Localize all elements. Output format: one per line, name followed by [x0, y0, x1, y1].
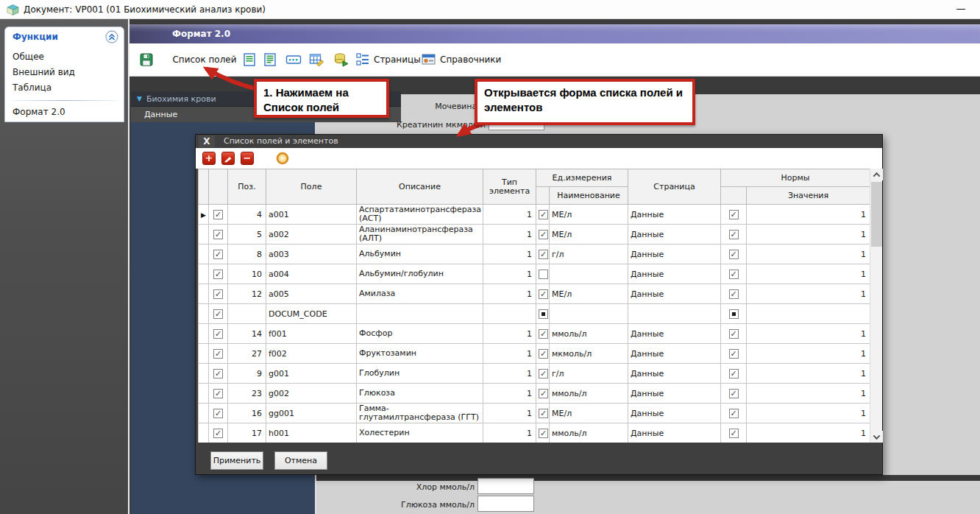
row-enabled-checkbox[interactable] — [213, 270, 223, 279]
scroll-down-button[interactable] — [870, 431, 883, 443]
unit-checkbox[interactable] — [539, 369, 548, 379]
norm-checkbox[interactable] — [729, 409, 739, 418]
format-section-header: Формат 2.0 — [129, 24, 980, 43]
delete-row-button[interactable]: − — [241, 152, 254, 165]
sidebar-item-table[interactable]: Таблица — [13, 82, 52, 93]
table-row[interactable]: 27f002Фруктозамин1мкмоль/лДанные1 — [199, 344, 870, 364]
cell — [536, 284, 550, 304]
col-description[interactable]: Описание — [357, 169, 483, 205]
table-row[interactable]: 8a003Альбумин1г/лДанные1 — [199, 244, 870, 264]
table-row[interactable]: 14f001Фосфор1ммоль/лДанные1 — [199, 324, 870, 344]
col-unit-name[interactable]: Наименование — [550, 187, 628, 205]
table-row[interactable]: 5a002Аланинаминотрансфераза (АЛТ)1МЕ/лДа… — [199, 225, 870, 244]
col-page[interactable]: Страница — [628, 169, 721, 205]
col-norm-group[interactable]: Нормы — [721, 169, 870, 187]
row-enabled-checkbox[interactable] — [213, 329, 223, 339]
norm-checkbox[interactable] — [729, 270, 739, 279]
col-pos[interactable]: Поз. — [228, 169, 266, 205]
col-unit-group[interactable]: Ед.измерения — [536, 169, 628, 187]
pages-button[interactable] — [355, 52, 371, 68]
table-row[interactable]: 10a004Альбумин/глобулин1Данные1 — [199, 264, 870, 284]
scroll-up-button[interactable] — [870, 169, 883, 180]
table-row[interactable]: 12a005Амилаза1МЕ/лДанные1 — [199, 284, 870, 304]
section-collapse-icon[interactable]: ▼ — [137, 95, 142, 102]
apply-button[interactable]: Применить — [210, 451, 263, 470]
row-enabled-checkbox[interactable] — [213, 389, 223, 398]
cell-unit-name — [550, 264, 628, 284]
unit-checkbox[interactable] — [539, 349, 548, 359]
norm-checkbox[interactable] — [729, 389, 739, 398]
scrollbar-thumb[interactable] — [871, 182, 882, 247]
col-field[interactable]: Поле — [266, 169, 357, 205]
document-text-button[interactable] — [262, 52, 278, 68]
unit-checkbox[interactable] — [539, 289, 548, 299]
row-enabled-checkbox[interactable] — [213, 369, 223, 379]
cell-page: Данные — [628, 364, 721, 384]
cell-pos: 4 — [228, 205, 266, 225]
unit-checkbox[interactable] — [539, 329, 548, 339]
unit-checkbox[interactable] — [539, 309, 548, 319]
table-scrollbar[interactable] — [870, 169, 882, 443]
table-edit-button[interactable] — [309, 52, 325, 68]
save-button[interactable] — [138, 52, 155, 68]
edit-row-button[interactable] — [221, 152, 235, 165]
refresh-icon[interactable] — [276, 152, 289, 165]
table-row[interactable]: ▶4a001Аспартатаминотрансфераза (АСТ)1МЕ/… — [199, 205, 870, 225]
cancel-button[interactable]: Отмена — [274, 451, 327, 470]
unit-checkbox[interactable] — [539, 250, 548, 259]
glucose-input[interactable] — [477, 496, 534, 512]
dialog-table-body: ▶4a001Аспартатаминотрансфераза (АСТ)1МЕ/… — [199, 205, 870, 443]
norm-checkbox[interactable] — [729, 329, 739, 339]
cell-unit-name: г/л — [550, 244, 628, 264]
cell-norm-value: 1 — [747, 205, 870, 225]
row-enabled-checkbox[interactable] — [213, 309, 223, 319]
callout-step2: Открывается форма списка полей и элемент… — [475, 79, 695, 125]
references-button-label[interactable]: Справочники — [440, 43, 501, 77]
norm-checkbox[interactable] — [729, 429, 739, 438]
row-enabled-checkbox[interactable] — [213, 349, 223, 359]
field-element-button[interactable] — [285, 52, 302, 68]
norm-checkbox[interactable] — [729, 230, 739, 239]
field-element-icon — [285, 52, 302, 67]
unit-checkbox[interactable] — [539, 429, 548, 438]
minimize-button[interactable]: — — [948, 0, 974, 19]
norm-checkbox[interactable] — [729, 210, 739, 219]
field-list-button[interactable]: Список полей — [168, 43, 241, 77]
row-enabled-checkbox[interactable] — [213, 409, 223, 418]
table-row[interactable]: 23g002Глюкоза1ммоль/лДанные1 — [199, 384, 870, 404]
database-run-button[interactable] — [333, 52, 349, 68]
collapse-panel-button[interactable] — [105, 30, 118, 43]
norm-checkbox[interactable] — [729, 369, 739, 379]
table-row[interactable]: 16gg001Гамма-глутамилтрансфераза (ГГТ)1М… — [199, 404, 870, 423]
document-lines-icon — [242, 52, 257, 67]
sidebar-item-general[interactable]: Общее — [13, 52, 44, 62]
unit-checkbox[interactable] — [539, 409, 548, 418]
norm-checkbox[interactable] — [729, 309, 739, 319]
sidebar-item-format20[interactable]: Формат 2.0 — [13, 107, 65, 117]
chlorine-input[interactable] — [477, 478, 534, 494]
add-row-button[interactable]: + — [202, 152, 216, 165]
row-enabled-checkbox[interactable] — [213, 210, 223, 219]
references-button[interactable] — [421, 52, 437, 68]
row-enabled-checkbox[interactable] — [213, 250, 223, 259]
unit-checkbox[interactable] — [539, 389, 548, 398]
table-row[interactable]: 17h001Холестерин1ммоль/лДанные1 — [199, 423, 870, 443]
cell-element-type — [483, 304, 536, 324]
row-enabled-checkbox[interactable] — [213, 429, 223, 438]
unit-checkbox[interactable] — [539, 230, 548, 239]
table-row[interactable]: DOCUM_CODE — [199, 304, 870, 324]
norm-checkbox[interactable] — [729, 349, 739, 359]
row-enabled-checkbox[interactable] — [213, 289, 223, 299]
col-element-type[interactable]: Тип элемента — [483, 169, 536, 205]
document-lines-button[interactable] — [241, 52, 258, 68]
row-enabled-checkbox[interactable] — [213, 230, 223, 239]
unit-checkbox[interactable] — [539, 270, 548, 279]
table-row[interactable]: 9g001Глобулин1г/лДанные1 — [199, 364, 870, 384]
col-norm-values[interactable]: Значения — [747, 187, 870, 205]
unit-checkbox[interactable] — [539, 210, 548, 219]
norm-checkbox[interactable] — [729, 250, 739, 259]
norm-checkbox[interactable] — [729, 289, 739, 299]
sidebar-item-appearance[interactable]: Внешний вид — [13, 67, 75, 77]
dialog-close-button[interactable]: X — [199, 135, 215, 147]
pages-button-label[interactable]: Страницы — [374, 43, 421, 77]
